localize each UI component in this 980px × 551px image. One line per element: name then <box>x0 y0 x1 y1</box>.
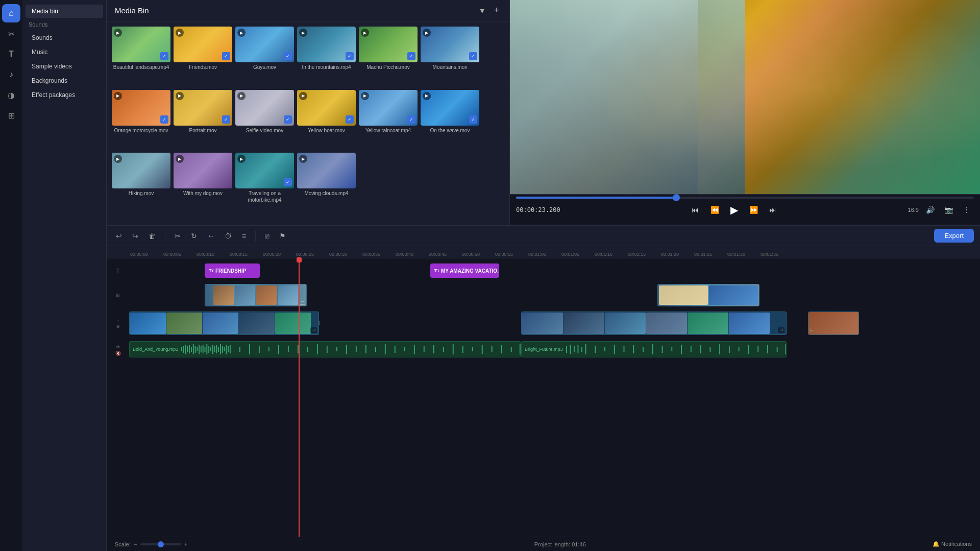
more-options-button[interactable]: ⋮ <box>960 203 974 217</box>
timer-button[interactable]: ⏱ <box>222 230 235 242</box>
media-item-9[interactable]: ▶ ✓ Yellow boat.mov <box>297 90 356 150</box>
notifications-button[interactable]: 🔔 Notifications <box>933 541 972 547</box>
undo-button[interactable]: ↩ <box>113 230 125 242</box>
media-item-2[interactable]: ▶ ✓ Guys.mov <box>235 27 294 87</box>
sidebar-header-sounds: Sounds <box>22 18 106 31</box>
svg-rect-25 <box>230 345 231 353</box>
clip2-end-handle[interactable]: ⊣ <box>778 327 785 333</box>
media-item-1[interactable]: ▶ ✓ Friends.mov <box>174 27 232 87</box>
audio-icon[interactable]: ♪ <box>2 65 20 84</box>
audio-eye-icon[interactable]: 👁 <box>116 345 120 350</box>
filter-timeline-button[interactable]: ≡ <box>239 230 249 242</box>
media-item-5[interactable]: ▶ ✓ Mountains.mov <box>421 27 479 87</box>
audio-clip-1[interactable]: Bold_And_Young.mp3 <box>129 341 521 357</box>
time-display: 00:00:23.200 <box>516 206 560 213</box>
media-item-10[interactable]: ▶ ✓ Yellow raincoat.mp4 <box>359 90 418 150</box>
rotate-button[interactable]: ↻ <box>188 230 200 242</box>
svg-rect-60 <box>581 347 582 352</box>
media-play-icon-10: ▶ <box>361 92 369 100</box>
text-icon[interactable]: T <box>2 45 20 63</box>
media-item-3[interactable]: ▶ ✓ In the mountains.mp4 <box>297 27 356 87</box>
ruler-mark-2: 00:00:10 <box>197 252 214 257</box>
title-block-vacation[interactable]: Tт MY AMAZING VACATIO... <box>430 263 499 278</box>
bottom-bar: Scale: − + Project length: 01:46 🔔 Notif… <box>107 537 980 551</box>
media-thumb-10: ▶ ✓ <box>359 90 418 126</box>
media-item-13[interactable]: ▶ With my dog.mov <box>174 153 232 220</box>
color-icon[interactable]: ◑ <box>2 86 20 104</box>
add-media-button[interactable]: + <box>492 4 501 17</box>
scale-control: Scale: − + <box>115 541 188 548</box>
filter-button[interactable]: ▼ <box>477 6 488 16</box>
progress-handle[interactable] <box>673 194 680 201</box>
title-block-vacation-label: MY AMAZING VACATIO... <box>441 268 499 274</box>
snap-button[interactable]: ⎚ <box>262 230 272 242</box>
scale-handle[interactable] <box>158 541 164 547</box>
crop-icon[interactable]: ↔ <box>116 318 120 323</box>
export-button[interactable]: Export <box>934 229 974 243</box>
eye-icon[interactable]: 👁 <box>116 324 120 329</box>
cut-icon[interactable]: ✂ <box>2 25 20 43</box>
play-button[interactable]: ▶ <box>727 203 741 217</box>
ruler-mark-0: 00:00:00 <box>130 252 148 257</box>
redo-button[interactable]: ↪ <box>129 230 141 242</box>
media-item-7[interactable]: ▶ ✓ Portrait.mov <box>174 90 232 150</box>
grid-icon[interactable]: ⊞ <box>2 106 20 125</box>
media-item-0[interactable]: ▶ ✓ Beautiful landscape.mp4 <box>112 27 170 87</box>
crop-button[interactable]: ↔ <box>204 230 217 242</box>
clip-trim-handle[interactable]: ⊢ <box>299 299 305 305</box>
svg-rect-71 <box>681 345 682 354</box>
svg-rect-52 <box>492 346 493 352</box>
title-block-friendship[interactable]: Tт FRIENDSHIP <box>205 263 260 278</box>
media-item-12[interactable]: ▶ Hiking.mov <box>112 153 170 220</box>
media-item-4[interactable]: ▶ ✓ Machu Picchu.mov <box>359 27 418 87</box>
scale-plus[interactable]: + <box>184 541 188 548</box>
main-clip-3[interactable]: ⊢ <box>808 312 859 335</box>
clip-gap: ⟩ <box>319 321 323 326</box>
main-clip-1[interactable]: ⊣ <box>129 312 319 335</box>
title-block-vacation-icon: Tт <box>434 268 439 273</box>
sidebar-item-sounds[interactable]: Sounds <box>26 31 103 44</box>
sidebar-item-effect-packages[interactable]: Effect packages <box>26 88 103 102</box>
scale-minus[interactable]: − <box>134 541 137 548</box>
clip-end-handle[interactable]: ⊣ <box>310 327 317 333</box>
ruler-mark-7: 00:00:35 <box>362 252 380 257</box>
flag-button[interactable]: ⚑ <box>276 230 289 242</box>
skip-end-button[interactable]: ⏭ <box>766 203 780 217</box>
svg-rect-8 <box>197 347 198 351</box>
media-item-11[interactable]: ▶ ✓ On the wave.mov <box>421 90 479 150</box>
svg-rect-44 <box>414 345 415 354</box>
media-item-6[interactable]: ▶ ✓ Orange motorcycle.mov <box>112 90 170 150</box>
split-button[interactable]: ✂ <box>172 230 184 242</box>
audio-mute-icon[interactable]: 🔇 <box>115 351 121 356</box>
clip-overlay-1[interactable]: ⊢ <box>205 284 307 306</box>
svg-rect-82 <box>785 344 786 354</box>
screenshot-button[interactable]: 📷 <box>941 203 955 217</box>
media-item-15[interactable]: ▶ Moving clouds.mp4 <box>297 153 356 220</box>
main-clip-2[interactable]: ⊣ <box>521 312 787 335</box>
step-back-button[interactable]: ⏪ <box>707 203 722 217</box>
media-label-9: Yellow boat.mov <box>297 127 356 134</box>
media-play-icon-3: ▶ <box>299 29 307 37</box>
sidebar-item-sample-videos[interactable]: Sample videos <box>26 60 103 73</box>
skip-start-button[interactable]: ⏮ <box>688 203 702 217</box>
sidebar-item-media-bin[interactable]: Media bin <box>26 5 103 18</box>
media-check-10: ✓ <box>407 115 415 124</box>
svg-rect-57 <box>570 345 571 354</box>
sidebar-item-music[interactable]: Music <box>26 45 103 59</box>
media-label-8: Selfie video.mov <box>235 127 294 134</box>
clip3-start-handle[interactable]: ⊢ <box>810 328 814 333</box>
media-play-icon-1: ▶ <box>176 29 184 37</box>
media-item-8[interactable]: ▶ ✓ Selfie video.mov <box>235 90 294 150</box>
sidebar-item-backgrounds[interactable]: Backgrounds <box>26 74 103 87</box>
audio-clip-2[interactable]: Bright_Future.mp3 <box>521 341 787 357</box>
media-item-14[interactable]: ▶ ✓ Traveling on a motorbike.mp4 <box>235 153 294 220</box>
progress-bar[interactable] <box>516 197 974 199</box>
clip-overlay-2[interactable] <box>657 284 760 306</box>
delete-button[interactable]: 🗑 <box>145 230 159 242</box>
home-icon[interactable]: ⌂ <box>2 4 20 22</box>
waveform-svg <box>181 343 521 355</box>
step-forward-button[interactable]: ⏩ <box>746 203 761 217</box>
volume-button[interactable]: 🔊 <box>923 203 937 217</box>
scale-slider[interactable] <box>140 543 181 545</box>
svg-rect-20 <box>220 344 221 354</box>
